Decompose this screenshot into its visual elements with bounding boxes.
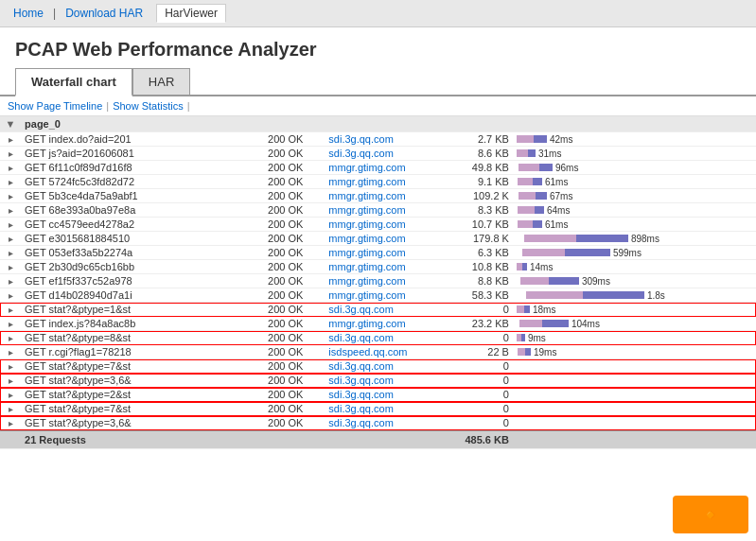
row-toggle[interactable]: ▸ <box>0 147 21 161</box>
row-toggle[interactable]: ▸ <box>0 288 21 303</box>
row-size: 6.3 KB <box>447 246 513 260</box>
row-toggle[interactable]: ▸ <box>0 218 21 232</box>
row-domain: sdi.3g.qq.com <box>325 331 447 345</box>
row-domain: mmgr.gtimg.com <box>325 232 447 246</box>
expand-icon: ▸ <box>9 305 13 315</box>
table-row[interactable]: ▸ GET ef1f5f337c52a978 200 OK mmgr.gtimg… <box>0 274 756 288</box>
expand-icon: ▸ <box>9 361 13 372</box>
table-row[interactable]: ▸ GET js?aid=201606081 200 OK sdi.3g.qq.… <box>0 147 756 161</box>
row-toggle[interactable]: ▸ <box>0 161 21 175</box>
table-row[interactable]: ▸ GET r.cgi?flag1=78218 200 OK isdspeed.… <box>0 345 756 359</box>
row-toggle[interactable]: ▸ <box>0 331 21 345</box>
row-domain: sdi.3g.qq.com <box>325 388 447 402</box>
expand-icon: ▸ <box>9 390 13 400</box>
page-row[interactable]: ▼ page_0 <box>0 116 756 132</box>
row-toggle[interactable]: ▸ <box>0 203 21 218</box>
row-status: 200 OK <box>264 246 325 260</box>
table-row[interactable]: ▸ GET 68e393a0ba97e8a 200 OK mmgr.gtimg.… <box>0 203 756 218</box>
row-waterfall: 898ms <box>513 232 756 246</box>
row-size: 10.8 KB <box>447 260 513 274</box>
row-toggle[interactable]: ▸ <box>0 274 21 288</box>
row-domain: sdi.3g.qq.com <box>325 374 447 388</box>
row-size: 49.8 KB <box>447 161 513 175</box>
row-name: GET 053ef33a5b2274a <box>21 246 264 260</box>
row-domain: sdi.3g.qq.com <box>325 303 447 317</box>
row-waterfall: 18ms <box>513 303 756 317</box>
row-waterfall <box>513 359 756 374</box>
row-size: 109.2 K <box>447 189 513 203</box>
table-row[interactable]: ▸ GET stat?&ptype=8&st 200 OK sdi.3g.qq.… <box>0 331 756 345</box>
row-size: 9.1 KB <box>447 175 513 189</box>
row-domain: mmgr.gtimg.com <box>325 175 447 189</box>
table-row[interactable]: ▸ GET stat?&ptype=2&st 200 OK sdi.3g.qq.… <box>0 388 756 402</box>
row-status: 200 OK <box>264 331 325 345</box>
table-row[interactable]: ▸ GET e3015681884510 200 OK mmgr.gtimg.c… <box>0 232 756 246</box>
row-size: 0 <box>447 374 513 388</box>
expand-icon: ▸ <box>9 191 13 201</box>
row-waterfall <box>513 388 756 402</box>
table-row[interactable]: ▸ GET stat?&ptype=7&st 200 OK sdi.3g.qq.… <box>0 402 756 416</box>
table-row[interactable]: ▸ GET 5724fc5c3fd82d72 200 OK mmgr.gtimg… <box>0 175 756 189</box>
row-toggle[interactable]: ▸ <box>0 374 21 388</box>
row-toggle[interactable]: ▸ <box>0 359 21 374</box>
page-toggle[interactable]: ▼ <box>0 116 21 132</box>
row-status: 200 OK <box>264 161 325 175</box>
table-row[interactable]: ▸ GET 5b3ce4da75a9abf1 200 OK mmgr.gtimg… <box>0 189 756 203</box>
expand-icon: ▸ <box>9 234 13 244</box>
row-status: 200 OK <box>264 374 325 388</box>
nav-download[interactable]: Download HAR <box>60 5 149 22</box>
row-status: 200 OK <box>264 232 325 246</box>
expand-icon: ▸ <box>9 290 13 301</box>
row-waterfall: 1.8s <box>513 288 756 303</box>
row-waterfall: 96ms <box>513 161 756 175</box>
row-toggle[interactable]: ▸ <box>0 402 21 416</box>
page-name: page_0 <box>21 116 513 132</box>
toolbar-sep2: | <box>187 100 190 112</box>
expand-icon: ▸ <box>9 205 13 216</box>
show-statistics-link[interactable]: Show Statistics <box>113 100 184 112</box>
table-row[interactable]: ▸ GET stat?&ptype=3,6& 200 OK sdi.3g.qq.… <box>0 416 756 431</box>
table-row[interactable]: ▸ GET stat?&ptype=1&st 200 OK sdi.3g.qq.… <box>0 303 756 317</box>
row-domain: sdi.3g.qq.com <box>325 359 447 374</box>
nav-home[interactable]: Home <box>8 5 49 22</box>
table-row[interactable]: ▸ GET stat?&ptype=7&st 200 OK sdi.3g.qq.… <box>0 359 756 374</box>
row-size: 0 <box>447 331 513 345</box>
row-name: GET 5b3ce4da75a9abf1 <box>21 189 264 203</box>
row-status: 200 OK <box>264 303 325 317</box>
row-toggle[interactable]: ▸ <box>0 232 21 246</box>
row-toggle[interactable]: ▸ <box>0 388 21 402</box>
row-toggle[interactable]: ▸ <box>0 260 21 274</box>
row-toggle[interactable]: ▸ <box>0 175 21 189</box>
toolbar-sep: | <box>106 100 109 112</box>
tab-har[interactable]: HAR <box>132 68 190 95</box>
row-domain: mmgr.gtimg.com <box>325 161 447 175</box>
row-toggle[interactable]: ▸ <box>0 303 21 317</box>
expand-icon: ▸ <box>9 134 13 145</box>
row-toggle[interactable]: ▸ <box>0 189 21 203</box>
row-domain: mmgr.gtimg.com <box>325 288 447 303</box>
row-status: 200 OK <box>264 416 325 431</box>
row-domain: mmgr.gtimg.com <box>325 317 447 331</box>
table-row[interactable]: ▸ GET index.js?84a8ac8b 200 OK mmgr.gtim… <box>0 317 756 331</box>
table-row[interactable]: ▸ GET 053ef33a5b2274a 200 OK mmgr.gtimg.… <box>0 246 756 260</box>
expand-icon: ▸ <box>9 148 13 159</box>
page-waterfall <box>513 116 756 132</box>
footer-domain <box>325 430 447 449</box>
row-toggle[interactable]: ▸ <box>0 345 21 359</box>
row-toggle[interactable]: ▸ <box>0 246 21 260</box>
row-toggle[interactable]: ▸ <box>0 317 21 331</box>
expand-icon: ▸ <box>9 347 13 358</box>
row-status: 200 OK <box>264 147 325 161</box>
table-row[interactable]: ▸ GET d14b028940d7a1i 200 OK mmgr.gtimg.… <box>0 288 756 303</box>
table-row[interactable]: ▸ GET 2b30d9c65cb16bb 200 OK mmgr.gtimg.… <box>0 260 756 274</box>
table-row[interactable]: ▸ GET index.do?aid=201 200 OK sdi.3g.qq.… <box>0 132 756 147</box>
row-toggle[interactable]: ▸ <box>0 132 21 147</box>
row-toggle[interactable]: ▸ <box>0 416 21 431</box>
table-row[interactable]: ▸ GET cc4579eed4278a2 200 OK mmgr.gtimg.… <box>0 218 756 232</box>
show-timeline-link[interactable]: Show Page Timeline <box>8 100 102 112</box>
expand-icon: ▸ <box>9 262 13 272</box>
table-row[interactable]: ▸ GET stat?&ptype=3,6& 200 OK sdi.3g.qq.… <box>0 374 756 388</box>
table-row[interactable]: ▸ GET 6f11c0f89d7d16f8 200 OK mmgr.gtimg… <box>0 161 756 175</box>
tab-waterfall[interactable]: Waterfall chart <box>15 68 132 96</box>
row-status: 200 OK <box>264 388 325 402</box>
